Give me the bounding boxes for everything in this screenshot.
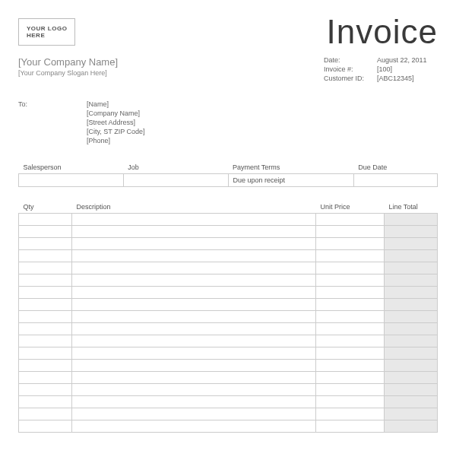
logo-line1: YOUR LOGO	[27, 25, 67, 32]
line-item-row	[19, 311, 438, 323]
terms-table: Salesperson Job Payment Terms Due Date D…	[18, 161, 438, 187]
due-date-header: Due Date	[353, 161, 437, 174]
description-cell[interactable]	[72, 396, 316, 408]
description-cell[interactable]	[72, 384, 316, 396]
qty-cell[interactable]	[19, 311, 72, 323]
invoice-number-value: [100]	[377, 65, 438, 73]
line-total-header: Line Total	[385, 201, 438, 214]
line-item-row	[19, 262, 438, 274]
to-company: [Company Name]	[87, 109, 145, 117]
unit-price-cell[interactable]	[316, 226, 385, 238]
to-label: To:	[18, 100, 87, 146]
qty-cell[interactable]	[19, 274, 72, 287]
line-total-cell	[385, 274, 438, 287]
date-value: August 22, 2011	[377, 56, 438, 64]
qty-cell[interactable]	[19, 347, 72, 360]
qty-cell[interactable]	[19, 323, 72, 335]
qty-cell[interactable]	[19, 250, 72, 262]
unit-price-cell[interactable]	[316, 347, 385, 360]
job-value[interactable]	[123, 174, 228, 187]
description-cell[interactable]	[72, 262, 316, 274]
line-total-cell	[385, 299, 438, 311]
line-total-cell	[385, 360, 438, 372]
qty-cell[interactable]	[19, 360, 72, 372]
line-item-row	[19, 384, 438, 396]
unit-price-cell[interactable]	[316, 262, 385, 274]
qty-cell[interactable]	[19, 226, 72, 238]
invoice-title: Invoice	[327, 15, 438, 49]
description-cell[interactable]	[72, 287, 316, 299]
line-items-table: Qty Description Unit Price Line Total	[18, 201, 438, 433]
salesperson-header: Salesperson	[19, 161, 124, 174]
description-header: Description	[72, 201, 316, 214]
line-item-row	[19, 226, 438, 238]
description-cell[interactable]	[72, 250, 316, 262]
qty-cell[interactable]	[19, 287, 72, 299]
unit-price-cell[interactable]	[316, 335, 385, 347]
line-item-row	[19, 335, 438, 347]
qty-cell[interactable]	[19, 372, 72, 384]
qty-cell[interactable]	[19, 408, 72, 420]
unit-price-cell[interactable]	[316, 372, 385, 384]
line-total-cell	[385, 287, 438, 299]
qty-cell[interactable]	[19, 214, 72, 226]
payment-terms-value[interactable]: Due upon receipt	[228, 174, 353, 187]
qty-cell[interactable]	[19, 299, 72, 311]
description-cell[interactable]	[72, 323, 316, 335]
unit-price-cell[interactable]	[316, 311, 385, 323]
description-cell[interactable]	[72, 372, 316, 384]
payment-terms-header: Payment Terms	[228, 161, 353, 174]
qty-cell[interactable]	[19, 420, 72, 433]
customer-id-label: Customer ID:	[324, 75, 377, 82]
description-cell[interactable]	[72, 214, 316, 226]
qty-cell[interactable]	[19, 262, 72, 274]
line-item-row	[19, 360, 438, 372]
description-cell[interactable]	[72, 226, 316, 238]
qty-cell[interactable]	[19, 335, 72, 347]
salesperson-value[interactable]	[19, 174, 124, 187]
description-cell[interactable]	[72, 360, 316, 372]
unit-price-cell[interactable]	[316, 238, 385, 250]
unit-price-cell[interactable]	[316, 420, 385, 433]
description-cell[interactable]	[72, 420, 316, 433]
line-item-row	[19, 214, 438, 226]
to-city: [City, ST ZIP Code]	[87, 128, 145, 135]
line-total-cell	[385, 420, 438, 433]
line-item-row	[19, 287, 438, 299]
description-cell[interactable]	[72, 311, 316, 323]
line-total-cell	[385, 262, 438, 274]
line-item-row	[19, 396, 438, 408]
due-date-value[interactable]	[353, 174, 437, 187]
description-cell[interactable]	[72, 335, 316, 347]
company-name: [Your Company Name]	[18, 56, 118, 68]
line-total-cell	[385, 408, 438, 420]
unit-price-cell[interactable]	[316, 396, 385, 408]
description-cell[interactable]	[72, 299, 316, 311]
line-total-cell	[385, 372, 438, 384]
unit-price-cell[interactable]	[316, 274, 385, 287]
unit-price-cell[interactable]	[316, 250, 385, 262]
description-cell[interactable]	[72, 274, 316, 287]
description-cell[interactable]	[72, 347, 316, 360]
unit-price-cell[interactable]	[316, 214, 385, 226]
line-total-cell	[385, 323, 438, 335]
unit-price-cell[interactable]	[316, 360, 385, 372]
unit-price-cell[interactable]	[316, 299, 385, 311]
qty-cell[interactable]	[19, 384, 72, 396]
line-total-cell	[385, 238, 438, 250]
description-cell[interactable]	[72, 238, 316, 250]
unit-price-cell[interactable]	[316, 287, 385, 299]
qty-cell[interactable]	[19, 238, 72, 250]
description-cell[interactable]	[72, 408, 316, 420]
line-item-row	[19, 299, 438, 311]
bill-to-block: To: [Name] [Company Name] [Street Addres…	[18, 100, 438, 146]
unit-price-cell[interactable]	[316, 408, 385, 420]
company-block: [Your Company Name] [Your Company Slogan…	[18, 56, 118, 84]
line-total-cell	[385, 347, 438, 360]
unit-price-cell[interactable]	[316, 384, 385, 396]
job-header: Job	[123, 161, 228, 174]
qty-cell[interactable]	[19, 396, 72, 408]
unit-price-cell[interactable]	[316, 323, 385, 335]
line-total-cell	[385, 214, 438, 226]
line-item-row	[19, 323, 438, 335]
